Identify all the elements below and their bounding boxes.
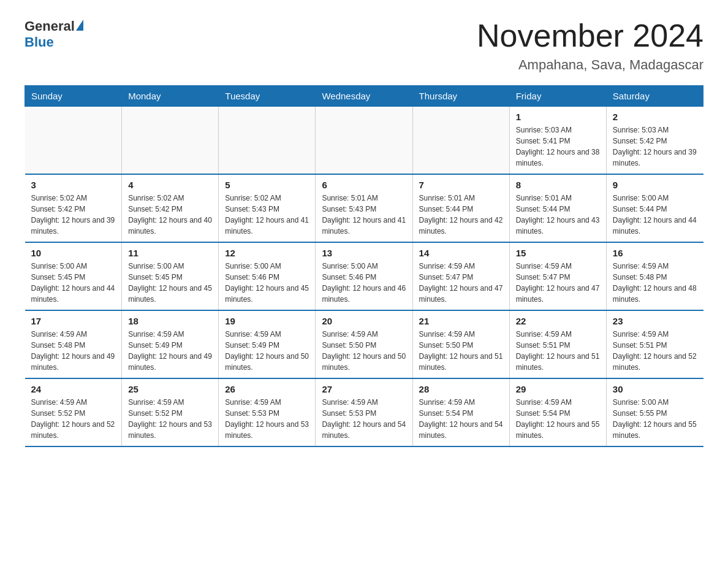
day-sun-info: Sunrise: 4:59 AMSunset: 5:51 PMDaylight:…: [516, 329, 600, 373]
calendar-cell: 4Sunrise: 5:02 AMSunset: 5:42 PMDaylight…: [122, 174, 219, 242]
day-number: 18: [128, 316, 212, 326]
calendar-body: 1Sunrise: 5:03 AMSunset: 5:41 PMDaylight…: [25, 107, 703, 447]
weekday-header-saturday: Saturday: [606, 86, 703, 107]
day-number: 21: [419, 316, 503, 326]
day-sun-info: Sunrise: 4:59 AMSunset: 5:47 PMDaylight:…: [419, 261, 503, 305]
day-number: 16: [613, 248, 697, 258]
day-number: 3: [31, 180, 116, 190]
day-sun-info: Sunrise: 5:00 AMSunset: 5:45 PMDaylight:…: [128, 261, 212, 305]
calendar-cell: [316, 107, 412, 175]
day-number: 1: [516, 112, 600, 122]
calendar-cell: [25, 107, 122, 175]
day-sun-info: Sunrise: 4:59 AMSunset: 5:54 PMDaylight:…: [419, 397, 503, 441]
calendar-cell: 21Sunrise: 4:59 AMSunset: 5:50 PMDayligh…: [412, 310, 509, 378]
day-sun-info: Sunrise: 5:00 AMSunset: 5:55 PMDaylight:…: [613, 397, 697, 441]
day-sun-info: Sunrise: 5:02 AMSunset: 5:42 PMDaylight:…: [128, 193, 212, 237]
calendar-cell: 13Sunrise: 5:00 AMSunset: 5:46 PMDayligh…: [316, 242, 412, 310]
day-sun-info: Sunrise: 4:59 AMSunset: 5:49 PMDaylight:…: [225, 329, 309, 373]
day-number: 19: [225, 316, 309, 326]
calendar-cell: 3Sunrise: 5:02 AMSunset: 5:42 PMDaylight…: [25, 174, 122, 242]
calendar-cell: 25Sunrise: 4:59 AMSunset: 5:52 PMDayligh…: [122, 378, 219, 446]
calendar-cell: 18Sunrise: 4:59 AMSunset: 5:49 PMDayligh…: [122, 310, 219, 378]
calendar-cell: 24Sunrise: 4:59 AMSunset: 5:52 PMDayligh…: [25, 378, 122, 446]
day-number: 17: [31, 316, 116, 326]
calendar-header: SundayMondayTuesdayWednesdayThursdayFrid…: [25, 86, 703, 107]
calendar-cell: 30Sunrise: 5:00 AMSunset: 5:55 PMDayligh…: [606, 378, 703, 446]
day-sun-info: Sunrise: 4:59 AMSunset: 5:54 PMDaylight:…: [516, 397, 600, 441]
day-sun-info: Sunrise: 5:02 AMSunset: 5:43 PMDaylight:…: [225, 193, 309, 237]
day-sun-info: Sunrise: 4:59 AMSunset: 5:52 PMDaylight:…: [31, 397, 116, 441]
day-number: 11: [128, 248, 212, 258]
day-number: 5: [225, 180, 309, 190]
day-number: 24: [31, 384, 116, 394]
day-number: 26: [225, 384, 309, 394]
day-sun-info: Sunrise: 5:02 AMSunset: 5:42 PMDaylight:…: [31, 193, 116, 237]
location-title: Ampahana, Sava, Madagascar: [477, 57, 703, 73]
calendar-cell: 22Sunrise: 4:59 AMSunset: 5:51 PMDayligh…: [509, 310, 606, 378]
calendar-cell: 27Sunrise: 4:59 AMSunset: 5:53 PMDayligh…: [316, 378, 412, 446]
calendar-cell: 7Sunrise: 5:01 AMSunset: 5:44 PMDaylight…: [412, 174, 509, 242]
day-sun-info: Sunrise: 4:59 AMSunset: 5:50 PMDaylight:…: [322, 329, 406, 373]
calendar-week-row: 10Sunrise: 5:00 AMSunset: 5:45 PMDayligh…: [25, 242, 703, 310]
calendar-cell: 11Sunrise: 5:00 AMSunset: 5:45 PMDayligh…: [122, 242, 219, 310]
day-sun-info: Sunrise: 5:03 AMSunset: 5:41 PMDaylight:…: [516, 124, 600, 169]
day-sun-info: Sunrise: 5:01 AMSunset: 5:44 PMDaylight:…: [419, 193, 503, 237]
calendar-table: SundayMondayTuesdayWednesdayThursdayFrid…: [25, 85, 703, 447]
day-number: 20: [322, 316, 406, 326]
calendar-cell: 12Sunrise: 5:00 AMSunset: 5:46 PMDayligh…: [219, 242, 316, 310]
page-header: General Blue November 2024 Ampahana, Sav…: [25, 18, 703, 73]
day-sun-info: Sunrise: 5:00 AMSunset: 5:46 PMDaylight:…: [225, 261, 309, 305]
calendar-cell: 8Sunrise: 5:01 AMSunset: 5:44 PMDaylight…: [509, 174, 606, 242]
calendar-cell: 1Sunrise: 5:03 AMSunset: 5:41 PMDaylight…: [509, 107, 606, 175]
calendar-cell: 23Sunrise: 4:59 AMSunset: 5:51 PMDayligh…: [606, 310, 703, 378]
day-number: 27: [322, 384, 406, 394]
day-number: 13: [322, 248, 406, 258]
day-sun-info: Sunrise: 4:59 AMSunset: 5:49 PMDaylight:…: [128, 329, 212, 373]
day-sun-info: Sunrise: 4:59 AMSunset: 5:48 PMDaylight:…: [613, 261, 697, 305]
weekday-header-row: SundayMondayTuesdayWednesdayThursdayFrid…: [25, 86, 703, 107]
weekday-header-thursday: Thursday: [412, 86, 509, 107]
day-number: 22: [516, 316, 600, 326]
calendar-cell: 17Sunrise: 4:59 AMSunset: 5:48 PMDayligh…: [25, 310, 122, 378]
logo-triangle-icon: [76, 20, 83, 31]
calendar-cell: [219, 107, 316, 175]
day-number: 8: [516, 180, 600, 190]
calendar-cell: 19Sunrise: 4:59 AMSunset: 5:49 PMDayligh…: [219, 310, 316, 378]
logo: General Blue: [25, 18, 83, 50]
day-sun-info: Sunrise: 5:01 AMSunset: 5:44 PMDaylight:…: [516, 193, 600, 237]
day-number: 12: [225, 248, 309, 258]
weekday-header-tuesday: Tuesday: [219, 86, 316, 107]
calendar-cell: 15Sunrise: 4:59 AMSunset: 5:47 PMDayligh…: [509, 242, 606, 310]
calendar-cell: 10Sunrise: 5:00 AMSunset: 5:45 PMDayligh…: [25, 242, 122, 310]
day-number: 9: [613, 180, 697, 190]
day-number: 2: [613, 112, 697, 122]
day-sun-info: Sunrise: 5:00 AMSunset: 5:44 PMDaylight:…: [613, 193, 697, 237]
day-sun-info: Sunrise: 5:00 AMSunset: 5:46 PMDaylight:…: [322, 261, 406, 305]
day-sun-info: Sunrise: 4:59 AMSunset: 5:47 PMDaylight:…: [516, 261, 600, 305]
weekday-header-sunday: Sunday: [25, 86, 122, 107]
day-number: 6: [322, 180, 406, 190]
day-number: 30: [613, 384, 697, 394]
calendar-cell: 9Sunrise: 5:00 AMSunset: 5:44 PMDaylight…: [606, 174, 703, 242]
calendar-cell: 6Sunrise: 5:01 AMSunset: 5:43 PMDaylight…: [316, 174, 412, 242]
day-sun-info: Sunrise: 4:59 AMSunset: 5:48 PMDaylight:…: [31, 329, 116, 373]
calendar-cell: 26Sunrise: 4:59 AMSunset: 5:53 PMDayligh…: [219, 378, 316, 446]
day-number: 4: [128, 180, 212, 190]
day-sun-info: Sunrise: 4:59 AMSunset: 5:51 PMDaylight:…: [613, 329, 697, 373]
day-number: 7: [419, 180, 503, 190]
weekday-header-friday: Friday: [509, 86, 606, 107]
day-number: 25: [128, 384, 212, 394]
calendar-cell: 28Sunrise: 4:59 AMSunset: 5:54 PMDayligh…: [412, 378, 509, 446]
day-sun-info: Sunrise: 4:59 AMSunset: 5:50 PMDaylight:…: [419, 329, 503, 373]
calendar-week-row: 17Sunrise: 4:59 AMSunset: 5:48 PMDayligh…: [25, 310, 703, 378]
calendar-cell: 20Sunrise: 4:59 AMSunset: 5:50 PMDayligh…: [316, 310, 412, 378]
day-sun-info: Sunrise: 4:59 AMSunset: 5:53 PMDaylight:…: [322, 397, 406, 441]
day-number: 29: [516, 384, 600, 394]
logo-general-text: General: [25, 18, 75, 34]
calendar-cell: [412, 107, 509, 175]
calendar-cell: 29Sunrise: 4:59 AMSunset: 5:54 PMDayligh…: [509, 378, 606, 446]
calendar-week-row: 3Sunrise: 5:02 AMSunset: 5:42 PMDaylight…: [25, 174, 703, 242]
day-number: 10: [31, 248, 116, 258]
title-block: November 2024 Ampahana, Sava, Madagascar: [477, 18, 703, 73]
calendar-cell: 14Sunrise: 4:59 AMSunset: 5:47 PMDayligh…: [412, 242, 509, 310]
